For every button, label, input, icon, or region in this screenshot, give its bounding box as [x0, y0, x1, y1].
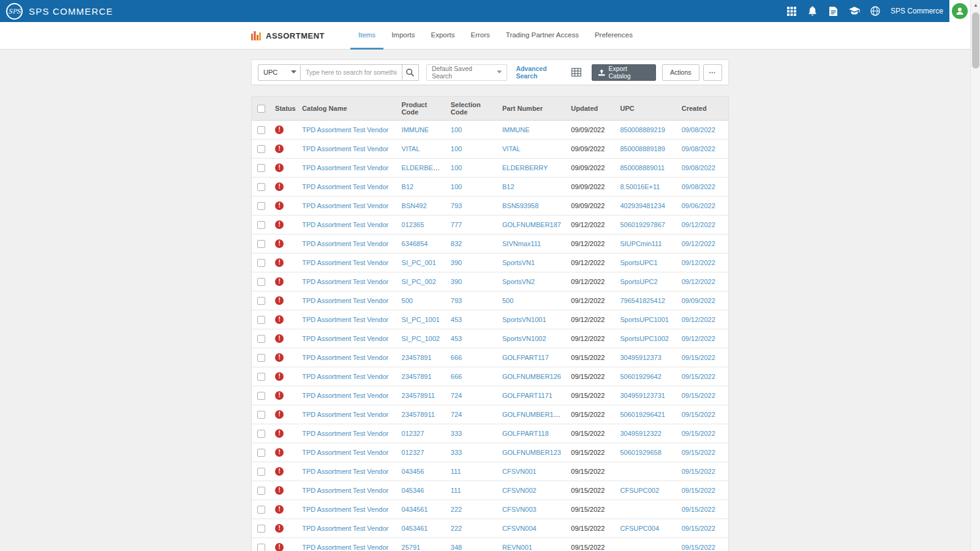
cell-catalog-name[interactable]: TPD Assortment Test Vendor: [302, 145, 388, 152]
cell-created[interactable]: 09/12/2022: [682, 316, 715, 323]
row-checkbox[interactable]: [257, 411, 265, 419]
cell-upc[interactable]: 30495912373: [620, 354, 661, 361]
cell-part-number[interactable]: REVN001: [502, 544, 532, 551]
cell-upc[interactable]: 850008889219: [620, 126, 665, 133]
row-checkbox[interactable]: [257, 221, 265, 229]
cell-selection-code[interactable]: 724: [451, 392, 462, 399]
cell-created[interactable]: 09/15/2022: [682, 506, 715, 513]
error-status-icon[interactable]: !: [275, 277, 284, 286]
row-checkbox[interactable]: [257, 430, 265, 438]
cell-part-number[interactable]: GOLFNUMBER187: [502, 221, 561, 228]
cell-product-code[interactable]: ELDERBERRY: [402, 164, 446, 171]
cell-selection-code[interactable]: 390: [451, 278, 462, 285]
error-status-icon[interactable]: !: [275, 258, 284, 267]
cell-catalog-name[interactable]: TPD Assortment Test Vendor: [302, 506, 388, 513]
cell-selection-code[interactable]: 666: [451, 373, 462, 380]
cell-created[interactable]: 09/08/2022: [682, 164, 715, 171]
cell-created[interactable]: 09/08/2022: [682, 145, 715, 152]
cell-product-code[interactable]: 25791: [402, 544, 421, 551]
graduation-cap-icon[interactable]: [844, 0, 865, 22]
cell-created[interactable]: 09/08/2022: [682, 183, 715, 190]
cell-product-code[interactable]: 0434561: [402, 506, 428, 513]
export-catalog-button[interactable]: Export Catalog: [592, 64, 656, 81]
cell-part-number[interactable]: CFSVN001: [502, 468, 537, 475]
cell-created[interactable]: 09/15/2022: [682, 373, 715, 380]
row-checkbox[interactable]: [257, 525, 265, 533]
cell-product-code[interactable]: 043456: [402, 468, 424, 475]
search-field-selector[interactable]: UPC: [258, 64, 301, 81]
cell-created[interactable]: 09/15/2022: [682, 487, 715, 494]
cell-catalog-name[interactable]: TPD Assortment Test Vendor: [302, 126, 388, 133]
tab-imports[interactable]: Imports: [383, 22, 423, 50]
cell-upc[interactable]: 506019297867: [620, 221, 665, 228]
cell-selection-code[interactable]: 222: [451, 506, 462, 513]
row-checkbox[interactable]: [257, 164, 265, 172]
error-status-icon[interactable]: !: [275, 372, 284, 381]
cell-catalog-name[interactable]: TPD Assortment Test Vendor: [302, 373, 388, 380]
cell-created[interactable]: 09/15/2022: [682, 449, 715, 456]
cell-upc[interactable]: 796541825412: [620, 297, 665, 304]
column-header-selection-code[interactable]: Selection Code: [446, 97, 497, 121]
cell-product-code[interactable]: SI_PC_1002: [402, 335, 440, 342]
cell-product-code[interactable]: 23457891: [402, 373, 432, 380]
portal-label[interactable]: SPS Commerce: [891, 7, 943, 15]
tab-exports[interactable]: Exports: [423, 22, 462, 50]
cell-catalog-name[interactable]: TPD Assortment Test Vendor: [302, 164, 388, 171]
cell-catalog-name[interactable]: TPD Assortment Test Vendor: [302, 392, 388, 399]
column-header-product-code[interactable]: Product Code: [397, 97, 446, 121]
cell-part-number[interactable]: SportsVN1002: [502, 335, 546, 342]
cell-selection-code[interactable]: 793: [451, 202, 462, 209]
cell-part-number[interactable]: CFSVN002: [502, 487, 537, 494]
tab-trading-partner-access[interactable]: Trading Partner Access: [498, 22, 587, 50]
cell-created[interactable]: 09/12/2022: [682, 240, 715, 247]
cell-part-number[interactable]: GOLFNUMBER1261: [502, 411, 565, 418]
cell-product-code[interactable]: 234578911: [402, 411, 435, 418]
cell-upc[interactable]: 30495912322: [620, 430, 661, 437]
actions-button[interactable]: Actions: [662, 64, 699, 81]
cell-created[interactable]: 09/15/2022: [682, 544, 715, 551]
cell-catalog-name[interactable]: TPD Assortment Test Vendor: [302, 278, 388, 285]
cell-product-code[interactable]: 234578911: [402, 392, 435, 399]
cell-selection-code[interactable]: 793: [451, 297, 462, 304]
cell-part-number[interactable]: ELDERBERRY: [502, 164, 548, 171]
cell-product-code[interactable]: 0453461: [402, 525, 428, 532]
error-status-icon[interactable]: !: [275, 182, 284, 191]
cell-part-number[interactable]: VITAL: [502, 145, 521, 152]
column-header-created[interactable]: Created: [677, 97, 728, 121]
cell-created[interactable]: 09/06/2022: [682, 202, 715, 209]
cell-part-number[interactable]: SportsVN1: [502, 259, 535, 266]
cell-created[interactable]: 09/12/2022: [682, 259, 715, 266]
cell-catalog-name[interactable]: TPD Assortment Test Vendor: [302, 240, 388, 247]
error-status-icon[interactable]: !: [275, 201, 284, 210]
cell-upc[interactable]: SIUPCmin111: [620, 240, 662, 247]
cell-part-number[interactable]: SIVNmax111: [502, 240, 541, 247]
cell-selection-code[interactable]: 100: [451, 126, 462, 133]
saved-search-selector[interactable]: Default Saved Search: [426, 64, 508, 81]
grid-view-icon[interactable]: [568, 64, 584, 81]
cell-created[interactable]: 09/15/2022: [682, 392, 715, 399]
cell-created[interactable]: 09/08/2022: [682, 126, 715, 133]
cell-part-number[interactable]: GOLFPART117: [502, 354, 549, 361]
error-status-icon[interactable]: !: [275, 467, 284, 476]
error-status-icon[interactable]: !: [275, 543, 284, 551]
cell-selection-code[interactable]: 100: [451, 164, 462, 171]
cell-catalog-name[interactable]: TPD Assortment Test Vendor: [302, 544, 388, 551]
cell-upc[interactable]: SportsUPC1: [620, 259, 657, 266]
row-checkbox[interactable]: [257, 392, 265, 400]
cell-part-number[interactable]: GOLFPART118: [502, 430, 549, 437]
cell-upc[interactable]: 506019296421: [620, 411, 665, 418]
vertical-scrollbar[interactable]: ▲: [970, 0, 980, 551]
cell-product-code[interactable]: SI_PC_001: [402, 259, 436, 266]
cell-catalog-name[interactable]: TPD Assortment Test Vendor: [302, 430, 388, 437]
cell-created[interactable]: 09/15/2022: [682, 430, 715, 437]
error-status-icon[interactable]: !: [275, 163, 284, 172]
cell-product-code[interactable]: SI_PC_002: [402, 278, 436, 285]
cell-selection-code[interactable]: 777: [451, 221, 462, 228]
cell-upc[interactable]: 304959123731: [620, 392, 665, 399]
error-status-icon[interactable]: !: [275, 220, 284, 229]
cell-selection-code[interactable]: 666: [451, 354, 462, 361]
cell-selection-code[interactable]: 453: [451, 335, 462, 342]
error-status-icon[interactable]: !: [275, 296, 284, 305]
cell-product-code[interactable]: 012365: [402, 221, 424, 228]
cell-created[interactable]: 09/15/2022: [682, 411, 715, 418]
